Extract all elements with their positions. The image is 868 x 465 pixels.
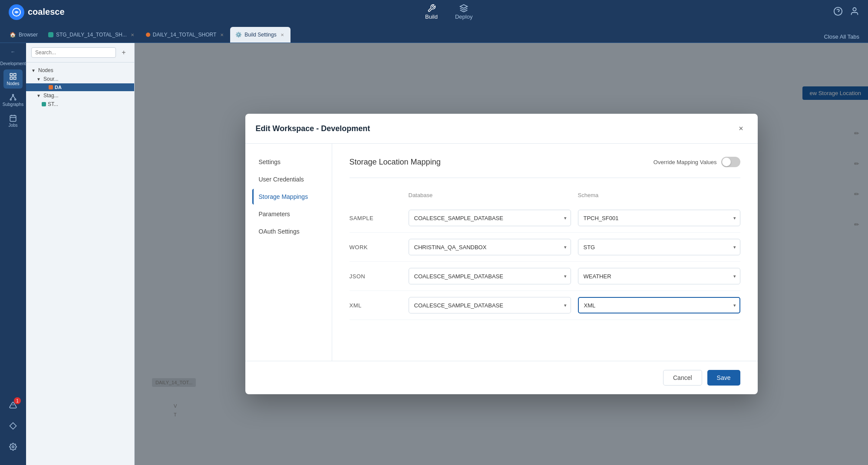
user-icon[interactable] — [850, 7, 859, 18]
jobs-label: Jobs — [8, 123, 17, 128]
nav-build[interactable]: Build — [425, 4, 438, 20]
json-schema-wrapper: WEATHER ▾ — [578, 268, 740, 284]
storage-grid: SAMPLE COALESCE_SAMPLE_DATABASE ▾ TPCH_S… — [350, 204, 740, 320]
svg-rect-2 — [10, 73, 12, 76]
logo-text: coalesce — [28, 7, 65, 17]
subgraphs-label: Subgraphs — [3, 102, 23, 107]
tree-source[interactable]: ▼ Sour... — [26, 75, 134, 83]
section-header: Storage Location Mapping Override Mappin… — [350, 157, 740, 167]
tab-build-settings-close[interactable]: ✕ — [279, 32, 285, 38]
xml-label: XML — [350, 302, 402, 309]
storage-row-sample: SAMPLE COALESCE_SAMPLE_DATABASE ▾ TPCH_S… — [350, 204, 740, 233]
nav-item-user-credentials[interactable]: User Credentials — [252, 171, 325, 187]
file-tree: ▼ Nodes ▼ Sour... DA ▼ Stag... — [26, 63, 134, 112]
source-arrow: ▼ — [36, 77, 42, 82]
column-headers: Database Schema — [350, 188, 740, 202]
sample-database-select[interactable]: COALESCE_SAMPLE_DATABASE — [409, 210, 571, 226]
work-database-select[interactable]: CHRISTINA_QA_SANDBOX — [409, 239, 571, 255]
sidebar-warning[interactable]: 1 — [3, 396, 23, 415]
override-toggle: Override Mapping Values — [653, 157, 740, 167]
json-label: JSON — [350, 273, 402, 280]
sidebar-item-nodes[interactable]: Nodes — [3, 69, 23, 89]
file-panel-header: + — [26, 43, 134, 63]
tab-daily[interactable]: DAILY_14_TOTAL_SHORT ✕ — [141, 27, 231, 43]
tab-build-settings-label: Build Settings — [244, 32, 276, 38]
search-input[interactable] — [31, 47, 116, 58]
main-content: DAILY_14_TOT... V T ✏ ✏ ✏ ✏ ew Storage L… — [135, 43, 868, 465]
storage-row-xml: XML COALESCE_SAMPLE_DATABASE ▾ XML ▾ — [350, 291, 740, 320]
tab-stg-close[interactable]: ✕ — [129, 32, 135, 38]
section-title: Storage Location Mapping — [350, 158, 441, 167]
nav-item-storage-mappings[interactable]: Storage Mappings — [252, 189, 325, 204]
override-toggle-switch[interactable] — [721, 157, 740, 167]
sample-schema-wrapper: TPCH_SF001 ▾ — [578, 210, 740, 226]
save-button[interactable]: Save — [707, 370, 740, 386]
sidebar-item-subgraphs[interactable]: Subgraphs — [3, 90, 23, 109]
svg-rect-3 — [14, 73, 16, 76]
tree-nodes[interactable]: ▼ Nodes — [26, 66, 134, 75]
modal-nav: Settings User Credentials Storage Mappin… — [245, 144, 332, 361]
stage-tree-label: Stag... — [43, 92, 59, 99]
tree-da[interactable]: DA — [26, 83, 134, 91]
daily-icon — [146, 33, 150, 37]
cancel-button[interactable]: Cancel — [663, 370, 702, 386]
sample-schema-select[interactable]: TPCH_SF001 — [578, 210, 740, 226]
json-schema-select[interactable]: WEATHER — [578, 268, 740, 284]
xml-schema-select[interactable]: XML — [578, 297, 740, 313]
work-schema-select[interactable]: STG — [578, 239, 740, 255]
svg-rect-4 — [14, 77, 16, 79]
override-label: Override Mapping Values — [653, 159, 717, 165]
sidebar-diamond[interactable] — [3, 416, 23, 435]
close-all-tabs-button[interactable]: Close All Tabs — [820, 31, 864, 43]
left-sidebar: ← Development Nodes Subgraphs — [0, 43, 26, 465]
sample-label: SAMPLE — [350, 215, 402, 221]
schema-col-header: Schema — [578, 192, 740, 198]
tab-stg-label: STG_DAILY_14_TOTAL_SH... — [56, 32, 127, 38]
tab-bar: 🏠 Browser STG_DAILY_14_TOTAL_SH... ✕ DAI… — [0, 24, 868, 43]
nav-item-oauth-settings[interactable]: OAuth Settings — [252, 224, 325, 239]
logo-icon — [9, 4, 24, 20]
nodes-label: Nodes — [7, 81, 20, 86]
sidebar-settings[interactable] — [3, 437, 23, 456]
sample-database-wrapper: COALESCE_SAMPLE_DATABASE ▾ — [409, 210, 571, 226]
modal-close-button[interactable]: × — [735, 122, 747, 135]
warning-badge: 1 — [14, 397, 21, 404]
json-database-select[interactable]: COALESCE_SAMPLE_DATABASE — [409, 268, 571, 284]
top-nav: coalesce Build Deploy — [0, 0, 868, 24]
database-col-header: Database — [409, 192, 571, 198]
app-background: coalesce Build Deploy — [0, 0, 868, 465]
nodes-tree-label: Nodes — [38, 67, 53, 73]
svg-point-18 — [12, 446, 14, 448]
help-icon[interactable] — [833, 7, 843, 18]
top-nav-center: Build Deploy — [425, 4, 472, 20]
svg-rect-5 — [10, 77, 12, 79]
stg-icon — [48, 32, 53, 37]
nav-item-parameters[interactable]: Parameters — [252, 206, 325, 222]
sidebar-item-jobs[interactable]: Jobs — [3, 111, 23, 130]
nav-deploy[interactable]: Deploy — [455, 4, 472, 20]
tab-build-settings[interactable]: ⚙️ Build Settings ✕ — [230, 27, 290, 43]
json-database-wrapper: COALESCE_SAMPLE_DATABASE ▾ — [409, 268, 571, 284]
tree-stage[interactable]: ▼ Stag... — [26, 91, 134, 100]
add-node-button[interactable]: + — [119, 47, 129, 58]
workspace-label: Development — [0, 59, 29, 68]
da-badge — [49, 85, 53, 89]
work-database-wrapper: CHRISTINA_QA_SANDBOX ▾ — [409, 239, 571, 255]
storage-row-json: JSON COALESCE_SAMPLE_DATABASE ▾ WEATHER … — [350, 262, 740, 291]
back-button[interactable]: ← — [11, 47, 16, 58]
nav-item-settings[interactable]: Settings — [252, 154, 325, 170]
st-label: ST... — [48, 101, 58, 107]
tab-daily-close[interactable]: ✕ — [219, 32, 225, 38]
svg-point-6 — [13, 94, 14, 96]
work-schema-wrapper: STG ▾ — [578, 239, 740, 255]
tree-st[interactable]: ST... — [26, 100, 134, 109]
tab-browser[interactable]: 🏠 Browser — [4, 27, 43, 43]
da-label: DA — [55, 85, 62, 90]
modal-header: Edit Workspace - Development × — [245, 114, 758, 144]
tab-daily-label: DAILY_14_TOTAL_SHORT — [153, 32, 217, 38]
sidebar-bottom: 1 — [3, 396, 23, 461]
gear-icon: ⚙️ — [235, 32, 242, 38]
tab-stg[interactable]: STG_DAILY_14_TOTAL_SH... ✕ — [43, 27, 141, 43]
xml-database-select[interactable]: COALESCE_SAMPLE_DATABASE — [409, 297, 571, 313]
svg-marker-17 — [10, 423, 17, 429]
